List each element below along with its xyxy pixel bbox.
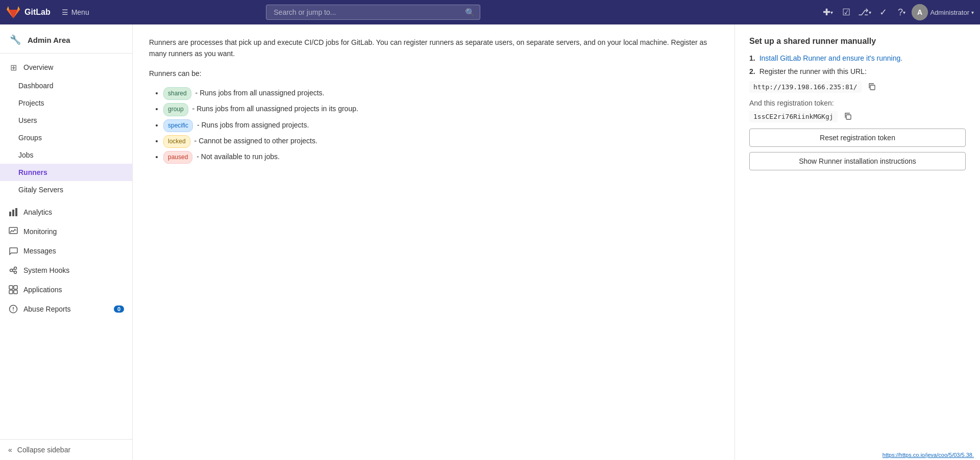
svg-rect-11 [9,286,13,289]
create-new-button[interactable]: ✚ ▾ [820,4,836,20]
gitlab-logo-area[interactable]: GitLab [6,5,51,19]
messages-icon [8,246,18,256]
step-1-link[interactable]: Install GitLab Runner and ensure it's ru… [760,54,903,62]
list-item: specific - Runs jobs from assigned proje… [163,119,718,132]
monitoring-icon [8,226,18,237]
runner-types-list: shared - Runs jobs from all unassigned p… [149,87,718,164]
sidebar-item-monitoring[interactable]: Monitoring [0,222,132,241]
search-icon: 🔍 [465,8,475,17]
merge-requests-button[interactable]: ⎇ ▾ [856,4,873,20]
help-dropdown-icon: ▾ [903,10,905,15]
token-label: And this registration token: [749,99,966,107]
show-runner-instructions-button[interactable]: Show Runner installation instructions [749,152,966,170]
sidebar-item-jobs[interactable]: Jobs [0,146,132,164]
specific-desc: - Runs jobs from assigned projects. [197,121,309,129]
runner-url: http://139.198.166.235:81/ [749,81,862,93]
topnav-actions: ✚ ▾ ☑ ⎇ ▾ ✓ ? ▾ A Administrator ▾ [820,4,974,20]
svg-line-9 [12,269,14,270]
hamburger-icon: ☰ [62,8,68,16]
setup-title: Set up a shared runner manually [749,37,966,46]
sidebar-item-dashboard[interactable]: Dashboard [0,77,132,94]
svg-rect-14 [14,290,17,294]
setup-step-2: 2. Register the runner with this URL: [749,67,966,75]
paused-desc: - Not available to run jobs. [197,152,280,161]
specific-tag: specific [163,119,193,132]
search-input[interactable] [266,5,480,20]
svg-rect-2 [9,212,11,216]
groups-label: Groups [18,134,42,142]
to-do-button[interactable]: ☑ [838,4,854,20]
user-dropdown-icon: ▾ [971,10,974,15]
issues-button[interactable]: ✓ [875,4,891,20]
menu-label: Menu [71,8,89,16]
paused-tag: paused [163,151,192,164]
runners-label: Runners [18,168,47,176]
svg-line-10 [12,271,14,272]
gitlab-title: GitLab [24,8,51,17]
dropdown-arrow-icon: ▾ [830,10,833,15]
app-layout: 🔧 Admin Area ⊞ Overview Dashboard Projec… [0,24,980,460]
monitoring-label: Monitoring [23,227,57,236]
dashboard-label: Dashboard [18,82,54,90]
list-item: shared - Runs jobs from all unassigned p… [163,87,718,100]
svg-rect-18 [870,85,875,90]
svg-rect-12 [14,286,17,289]
sidebar-item-groups[interactable]: Groups [0,129,132,146]
help-button[interactable]: ? ▾ [893,4,910,20]
content-area: Runners are processes that pick up and e… [133,24,980,460]
global-search: 🔍 [266,5,480,20]
question-icon: ? [898,7,903,18]
overview-icon: ⊞ [8,62,18,72]
analytics-label: Analytics [23,208,52,216]
token-value: 1ssCE2ri76RiinkMGKgj [749,111,838,122]
abuse-reports-icon [8,304,18,314]
svg-point-6 [10,269,13,272]
sidebar-item-gitaly-servers[interactable]: Gitaly Servers [0,181,132,198]
svg-point-17 [13,311,14,312]
status-bar[interactable]: https://https.co.io/jeva/coo/5/03/5.38. [876,450,980,460]
copy-token-icon [844,112,852,120]
user-label: Administrator [930,9,969,16]
users-label: Users [18,116,37,124]
overview-label: Overview [23,63,53,71]
copy-icon [868,83,876,91]
copy-token-button[interactable] [842,110,854,122]
status-link[interactable]: https://https.co.io/jeva/coo/5/03/5.38. [883,452,974,458]
user-menu[interactable]: A Administrator ▾ [912,4,974,20]
group-desc: - Runs jobs from all unassigned projects… [192,105,358,113]
runners-can-be-label: Runners can be: [149,68,718,79]
sidebar-admin-header: 🔧 Admin Area [0,24,132,54]
sidebar-item-runners[interactable]: Runners [0,164,132,181]
sidebar-item-overview[interactable]: ⊞ Overview [0,58,132,77]
jobs-label: Jobs [18,151,34,159]
system-hooks-icon [8,265,18,275]
top-navigation: GitLab ☰ Menu 🔍 ✚ ▾ ☑ ⎇ ▾ ✓ ? ▾ [0,0,980,24]
menu-button[interactable]: ☰ Menu [57,6,94,18]
collapse-sidebar-button[interactable]: « Collapse sidebar [0,439,132,460]
sidebar-item-abuse-reports[interactable]: Abuse Reports 0 [0,299,132,319]
step-2-text: Register the runner with this URL: [760,67,867,75]
abuse-reports-badge: 0 [114,305,124,313]
sidebar-item-analytics[interactable]: Analytics [0,202,132,222]
copy-url-button[interactable] [866,81,878,93]
list-item: locked - Cannot be assigned to other pro… [163,135,718,148]
sidebar-item-messages[interactable]: Messages [0,241,132,261]
svg-text:A: A [917,8,922,16]
step-2-num: 2. [749,67,755,75]
sidebar-item-system-hooks[interactable]: System Hooks [0,261,132,280]
plus-icon: ✚ [823,7,830,18]
shared-tag: shared [163,87,191,100]
sidebar-item-projects[interactable]: Projects [0,94,132,112]
avatar-img: A [912,4,928,20]
sidebar-item-users[interactable]: Users [0,112,132,129]
todo-icon: ☑ [842,7,850,18]
reset-registration-token-button[interactable]: Reset registration token [749,129,966,147]
projects-label: Projects [18,99,44,107]
install-runner-link[interactable]: Install GitLab Runner and ensure it's ru… [760,54,903,62]
dropdown-arrow-icon2: ▾ [869,10,871,15]
locked-desc: - Cannot be assigned to other projects. [194,137,317,145]
svg-point-7 [14,267,17,270]
sidebar-item-applications[interactable]: Applications [0,280,132,299]
analytics-icon [8,207,18,217]
gitaly-servers-label: Gitaly Servers [18,186,63,194]
